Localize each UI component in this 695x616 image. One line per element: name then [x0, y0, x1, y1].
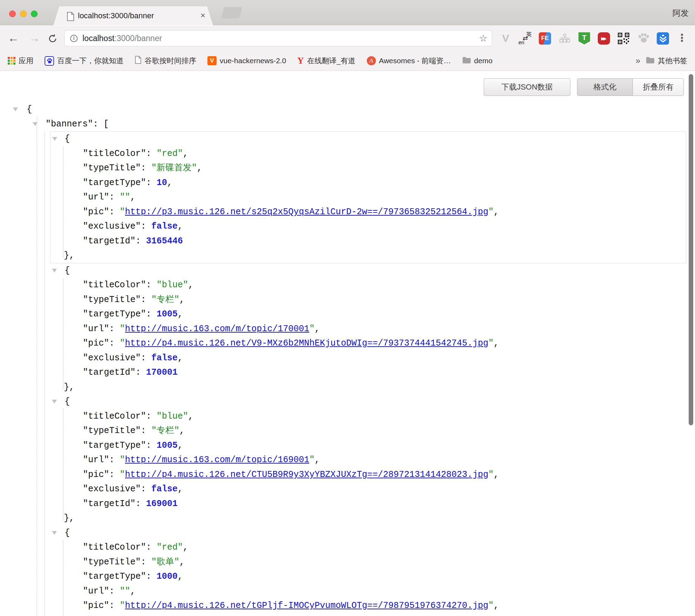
json-token: false	[151, 221, 178, 231]
minimize-window-button[interactable]	[20, 11, 27, 17]
json-token: typeTitle	[88, 163, 135, 173]
json-token: :	[109, 601, 120, 611]
qr-code-icon[interactable]	[617, 32, 630, 45]
fe-icon[interactable]: FE	[538, 32, 551, 45]
json-token: ,	[315, 455, 320, 465]
site-info-icon[interactable]: i	[70, 35, 78, 42]
bookmark-label: demo	[474, 57, 493, 65]
bookmark-demo-folder[interactable]: demo	[462, 57, 493, 65]
translate-icon[interactable]: ⇄ 英 en	[519, 32, 532, 45]
json-token: :	[141, 353, 151, 363]
tab-close-icon[interactable]: ×	[200, 6, 205, 25]
json-token: "	[83, 557, 88, 567]
video-speed-icon[interactable]: ▶▶	[597, 32, 610, 45]
json-token: :	[141, 221, 151, 231]
json-token: url	[88, 324, 104, 334]
json-url-link[interactable]: http://p3.music.126.net/s25q2x5QyqsAzilC…	[125, 207, 488, 217]
json-token: "	[104, 207, 109, 217]
json-token: ,	[130, 192, 135, 202]
json-line: "pic": "http://p4.music.126.net/CTU5B9R9…	[0, 467, 695, 482]
json-url-link[interactable]: http://p4.music.126.net/V9-MXz6b2MNhEKju…	[125, 338, 488, 348]
json-token: "	[83, 221, 88, 231]
json-url-link[interactable]: http://music.163.com/m/topic/170001	[125, 324, 309, 334]
json-url-link[interactable]: http://music.163.com/m/topic/169001	[125, 455, 309, 465]
json-url-link[interactable]: http://p4.music.126.net/CTU5B9R9y3XyYBZX…	[125, 470, 488, 480]
other-bookmarks[interactable]: 其他书签	[646, 56, 687, 66]
json-token: "	[83, 367, 88, 378]
title-bar: localhost:3000/banner × 阿发	[0, 0, 695, 25]
bookmark-google-sort[interactable]: 谷歌按时间排序	[135, 56, 196, 66]
json-token: "	[83, 163, 88, 173]
page-favicon-icon	[67, 12, 74, 22]
json-token: "	[83, 440, 88, 451]
json-line: "targetType": 1005,	[0, 438, 695, 453]
json-token: url	[88, 192, 104, 202]
collapse-caret-icon[interactable]	[52, 531, 57, 535]
collapse-caret-icon[interactable]	[52, 137, 57, 141]
downloader-icon[interactable]	[656, 32, 669, 45]
json-line: "exclusive": false,	[0, 482, 695, 497]
url-text[interactable]: localhost:3000/banner	[82, 34, 162, 43]
json-token: "	[83, 411, 88, 421]
download-json-button[interactable]: 下载JSON数据	[484, 78, 570, 96]
json-token: ,	[494, 470, 499, 480]
vertical-scrollbar[interactable]	[689, 74, 693, 425]
zoom-window-button[interactable]	[31, 11, 38, 17]
json-token: "	[120, 470, 125, 480]
close-window-button[interactable]	[9, 11, 16, 17]
json-token: "	[83, 470, 88, 480]
json-token: :	[109, 207, 120, 217]
json-url-link[interactable]: http://p4.music.126.net/tGPljf-IMOCyPvum…	[125, 601, 488, 611]
collapse-all-button[interactable]: 折叠所有	[633, 79, 683, 96]
json-token: "	[135, 484, 141, 494]
format-button[interactable]: 格式化	[577, 79, 633, 96]
json-token: "	[104, 338, 109, 348]
browser-tab[interactable]: localhost:3000/banner ×	[53, 6, 213, 25]
tampermonkey-icon[interactable]: T	[578, 32, 591, 45]
reload-icon[interactable]	[48, 34, 58, 45]
json-token: "	[488, 338, 494, 348]
profile-name[interactable]: 阿发	[673, 8, 689, 19]
collapse-caret-icon[interactable]	[13, 107, 18, 111]
bookmark-baidu[interactable]: 百度一下，你就知道	[45, 56, 124, 66]
json-token: "	[83, 586, 88, 596]
json-token: :	[146, 571, 157, 582]
bookmark-apps[interactable]: 应用	[8, 56, 33, 66]
back-icon[interactable]: ←	[8, 26, 19, 51]
json-token: "	[135, 295, 141, 305]
json-token: ,	[315, 324, 320, 334]
bookmarks-overflow-icon[interactable]: »	[636, 56, 640, 66]
json-token: "	[83, 192, 88, 202]
collapse-caret-icon[interactable]	[52, 269, 57, 273]
json-token: {	[65, 266, 70, 276]
json-token: :	[135, 236, 146, 246]
address-bar[interactable]: i localhost:3000/banner ☆	[64, 30, 492, 46]
banner-object: {"titleColor": "red","typeTitle": "新碟首发"…	[50, 131, 686, 263]
browser-menu-icon[interactable]: ⋮	[677, 26, 687, 51]
new-tab-button[interactable]	[221, 7, 243, 18]
baidu-paw-icon	[45, 56, 54, 66]
vue-devtools-icon[interactable]: V	[499, 32, 512, 45]
json-token: targetType	[88, 440, 141, 451]
json-token: "	[141, 280, 146, 290]
json-token: targetType	[88, 571, 141, 582]
json-token: 3165446	[146, 236, 183, 246]
bookmark-vue-hackernews[interactable]: V vue-hackernews-2.0	[207, 56, 286, 65]
json-token: pic	[88, 470, 104, 480]
json-token: :	[135, 367, 146, 378]
paw-icon[interactable]	[637, 32, 650, 45]
collapse-caret-icon[interactable]	[33, 122, 38, 126]
json-token: "歌单"	[151, 557, 179, 567]
json-token: targetId	[88, 499, 130, 509]
json-token: "	[104, 586, 109, 596]
forward-icon[interactable]: →	[29, 26, 40, 51]
bookmark-youdao[interactable]: Y 在线翻译_有道	[297, 55, 355, 66]
json-token: "	[83, 426, 88, 436]
sitemap-icon[interactable]	[558, 32, 571, 45]
bookmark-star-icon[interactable]: ☆	[479, 33, 488, 44]
json-token: "	[130, 499, 135, 509]
collapse-caret-icon[interactable]	[52, 400, 57, 404]
awesomes-a-icon: A	[367, 56, 376, 65]
json-token: "	[130, 236, 135, 246]
bookmark-awesomes[interactable]: A Awesomes - 前端资…	[367, 56, 451, 66]
